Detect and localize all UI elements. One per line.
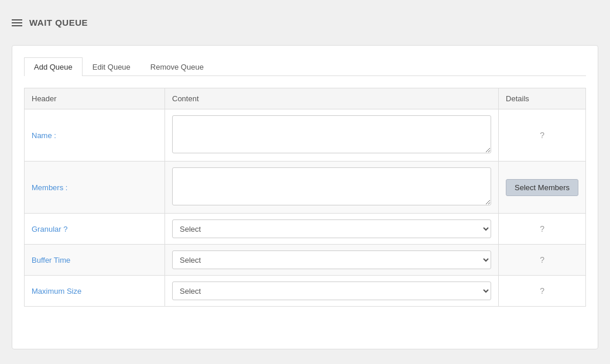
maximum-size-details-cell: ?: [499, 276, 586, 307]
members-details-cell: Select Members: [499, 162, 586, 214]
tab-remove-queue[interactable]: Remove Queue: [140, 57, 214, 76]
page-header: WAIT QUEUE: [12, 12, 598, 33]
tab-edit-queue[interactable]: Edit Queue: [83, 57, 140, 76]
members-content-cell: [165, 162, 499, 214]
page-container: WAIT QUEUE Add Queue Edit Queue Remove Q…: [0, 0, 610, 364]
name-content-cell: [165, 109, 499, 162]
members-textarea[interactable]: [172, 167, 491, 205]
row-label-buffer-time: Buffer Time: [25, 245, 165, 276]
maximum-size-details-question: ?: [540, 286, 544, 296]
buffer-time-details-cell: ?: [499, 245, 586, 276]
menu-icon[interactable]: [12, 19, 22, 26]
page-title: WAIT QUEUE: [29, 18, 88, 28]
column-header-content: Content: [165, 88, 499, 109]
buffer-time-content-cell: Select: [165, 245, 499, 276]
granular-select[interactable]: Select: [172, 219, 491, 238]
table-row: Members : Select Members: [25, 162, 586, 214]
column-header-header: Header: [25, 88, 165, 109]
main-card: Add Queue Edit Queue Remove Queue Header…: [12, 45, 598, 349]
granular-details-cell: ?: [499, 214, 586, 245]
row-label-maximum-size: Maximum Size: [25, 276, 165, 307]
buffer-time-select[interactable]: Select: [172, 250, 491, 269]
table-row: Name : ?: [25, 109, 586, 162]
maximum-size-select[interactable]: Select: [172, 281, 491, 300]
row-label-name: Name :: [25, 109, 165, 162]
name-textarea[interactable]: [172, 115, 491, 153]
column-header-details: Details: [499, 88, 586, 109]
tabs: Add Queue Edit Queue Remove Queue: [24, 57, 586, 76]
row-label-members: Members :: [25, 162, 165, 214]
tab-add-queue[interactable]: Add Queue: [24, 57, 83, 76]
granular-content-cell: Select: [165, 214, 499, 245]
maximum-size-content-cell: Select: [165, 276, 499, 307]
table-row: Maximum Size Select ?: [25, 276, 586, 307]
table-row: Granular ? Select ?: [25, 214, 586, 245]
row-label-granular: Granular ?: [25, 214, 165, 245]
select-members-button[interactable]: Select Members: [506, 179, 578, 196]
buffer-time-details-question: ?: [540, 255, 544, 265]
name-details-cell: ?: [499, 109, 586, 162]
form-table: Header Content Details Name : ?: [24, 88, 586, 307]
name-details-question: ?: [540, 131, 544, 140]
granular-details-question: ?: [540, 224, 544, 233]
table-row: Buffer Time Select ?: [25, 245, 586, 276]
